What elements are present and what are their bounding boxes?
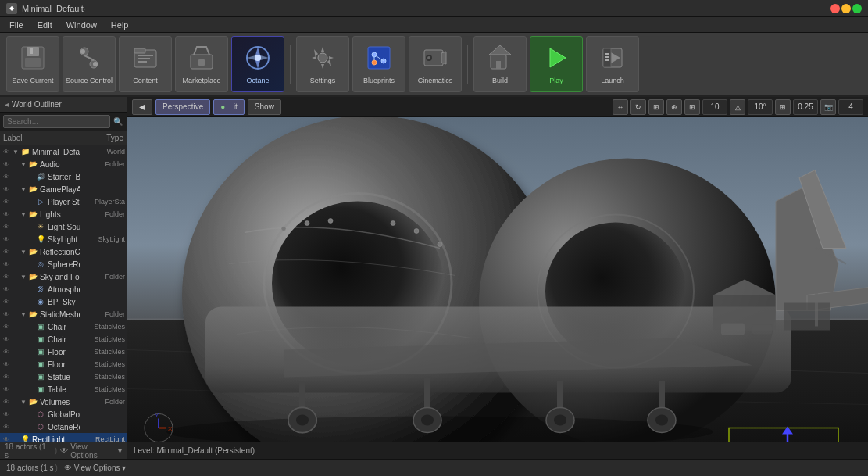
list-item[interactable]: 👁 ▣ Table StaticMes [0,383,127,395]
angle-snap-icon[interactable]: △ [730,99,745,115]
list-item[interactable]: 👁 ▼ 📂 ReflectionCapFolder [0,245,127,258]
list-item[interactable]: 👁 ▼ 📁 Minimal_Default World [0,145,127,158]
expand-arrow[interactable]: ▼ [20,185,27,193]
maximize-button[interactable] [852,4,862,13]
menu-edit[interactable]: Edit [31,19,59,31]
list-item[interactable]: 👁 ☀ Light SourceDirections [0,220,127,233]
list-item[interactable]: 👁 💡 SkyLight SkyLight [0,233,127,245]
visibility-icon[interactable]: 👁 [2,347,11,356]
visibility-icon[interactable]: 👁 [2,410,11,419]
visibility-icon[interactable]: 👁 [2,435,11,442]
list-item[interactable]: 👁 ▣ Chair StaticMes [0,333,127,345]
scale-snap-value[interactable]: 0.25 [793,99,818,115]
list-item[interactable]: 👁 ▼ 📂 Audio Folder [0,158,127,170]
list-item[interactable]: 👁 ▣ Floor StaticMes [0,345,127,358]
expand-arrow[interactable]: ▼ [20,273,27,281]
list-item[interactable]: 👁 ▷ Player Start PlayerSta [0,195,127,208]
view-options-button[interactable]: 👁 View Options ▾ [60,442,122,460]
save-current-button[interactable]: Save Current [6,36,59,92]
list-item[interactable]: 👁 ▼ 📂 StaticMeshes Folder [0,308,127,320]
camera-speed-icon[interactable]: 📷 [820,99,836,115]
item-type: PlayerSta [80,198,125,206]
visibility-icon[interactable]: 👁 [2,372,11,381]
marketplace-label: Marketplace [182,77,220,85]
camera-speed-value[interactable]: 4 [838,99,863,115]
visibility-icon[interactable]: 👁 [2,360,11,369]
viewport-nav-button[interactable]: ◀ [132,99,152,115]
list-item[interactable]: 👁 🌫 AtmosphericAtmosph [0,283,127,295]
visibility-icon[interactable]: 👁 [2,322,11,331]
play-button[interactable]: Play [530,36,583,92]
visibility-icon[interactable]: 👁 [2,159,11,169]
visibility-icon[interactable]: 👁 [2,272,11,281]
source-control-button[interactable]: Source Control [63,36,116,92]
grid-snap-value[interactable]: 10 [702,99,727,115]
list-item[interactable]: 👁 ⬡ GlobalPostFPostProc [0,408,127,421]
visibility-icon[interactable]: 👁 [2,259,11,269]
close-button[interactable] [830,4,840,13]
list-item[interactable]: 👁 ▼ 📂 Lights Folder [0,208,127,220]
menu-file[interactable]: File [3,19,30,31]
scale-snap-icon[interactable]: ⊞ [775,99,791,115]
angle-snap-value[interactable]: 10° [748,99,773,115]
launch-button[interactable]: Launch [586,36,639,92]
list-item[interactable]: 👁 ◉ BP_Sky_Sph Edit BP_S [0,295,127,308]
expand-arrow[interactable]: ▼ [12,148,20,156]
octane-button[interactable]: Octane [231,36,284,92]
visibility-icon[interactable]: 👁 [2,385,11,394]
settings-button[interactable]: Settings [296,36,349,92]
visibility-icon[interactable]: 👁 [2,397,11,406]
list-item[interactable]: 👁 ⬡ OctaneRenderOctaneRe [0,421,127,433]
build-button[interactable]: Build [473,36,527,92]
scale-tool-icon[interactable]: ⊞ [648,99,664,115]
visibility-icon[interactable]: 👁 [2,422,11,431]
list-item[interactable]: 👁 ▣ Statue StaticMes [0,370,127,383]
show-button[interactable]: Show [248,99,281,115]
menu-help[interactable]: Help [105,19,135,31]
expand-arrow[interactable]: ▼ [20,398,27,406]
list-item[interactable]: 👁 ▼ 📂 Volumes Folder [0,395,127,408]
expand-arrow[interactable]: ▼ [20,248,27,256]
visibility-icon[interactable]: 👁 [2,310,11,319]
move-tool-icon[interactable]: ↔ [613,99,628,115]
grid-icon[interactable]: ⊞ [684,99,700,115]
content-label: Content [133,77,158,85]
visibility-icon[interactable]: 👁 [2,172,11,181]
search-input[interactable] [3,115,110,128]
list-item[interactable]: 👁 🔊 Starter_BackAmbientS [0,170,127,183]
list-item[interactable]: 👁 💡 RectLight RectLight [0,433,127,442]
list-item[interactable]: 👁 ▣ Chair StaticMes [0,320,127,333]
list-item[interactable]: 👁 ◎ SphereReflesSphereRe [0,258,127,270]
world-local-icon[interactable]: ⊕ [666,99,682,115]
visibility-icon[interactable]: 👁 [2,247,11,256]
svg-rect-15 [198,59,205,66]
rotate-tool-icon[interactable]: ↻ [630,99,646,115]
viewport-panel[interactable]: ◀ Perspective ● Lit Show ↔ ↻ ⊞ ⊕ ⊞ 10 △ … [127,97,868,459]
expand-arrow[interactable]: ▼ [20,160,27,168]
blueprints-button[interactable]: Blueprints [352,36,405,92]
minimize-button[interactable] [841,4,851,13]
list-item[interactable]: 👁 ▣ Floor StaticMes [0,358,127,370]
visibility-icon[interactable]: 👁 [2,197,11,206]
visibility-icon[interactable]: 👁 [2,222,11,231]
play-label: Play [549,77,563,85]
list-item[interactable]: 👁 ▼ 📂 GamePlayActFolder [0,183,127,195]
visibility-icon[interactable]: 👁 [2,285,11,294]
cinematics-button[interactable]: Cinematics [409,36,462,92]
visibility-icon[interactable]: 👁 [2,147,11,156]
visibility-icon[interactable]: 👁 [2,209,11,219]
view-options-status-btn[interactable]: 👁 View Options ▾ [64,463,126,472]
visibility-icon[interactable]: 👁 [2,335,11,344]
lit-button[interactable]: ● Lit [213,99,245,115]
menu-window[interactable]: Window [60,19,103,31]
visibility-icon[interactable]: 👁 [2,234,11,244]
perspective-button[interactable]: Perspective [155,99,210,115]
list-item[interactable]: 👁 ▼ 📂 Sky and Fog Folder [0,270,127,283]
visibility-icon[interactable]: 👁 [2,297,11,306]
marketplace-button[interactable]: Marketplace [175,36,228,92]
expand-arrow[interactable]: ▼ [20,310,27,318]
content-button[interactable]: Content [119,36,172,92]
expand-arrow [27,360,35,368]
visibility-icon[interactable]: 👁 [2,184,11,194]
expand-arrow[interactable]: ▼ [20,210,27,218]
